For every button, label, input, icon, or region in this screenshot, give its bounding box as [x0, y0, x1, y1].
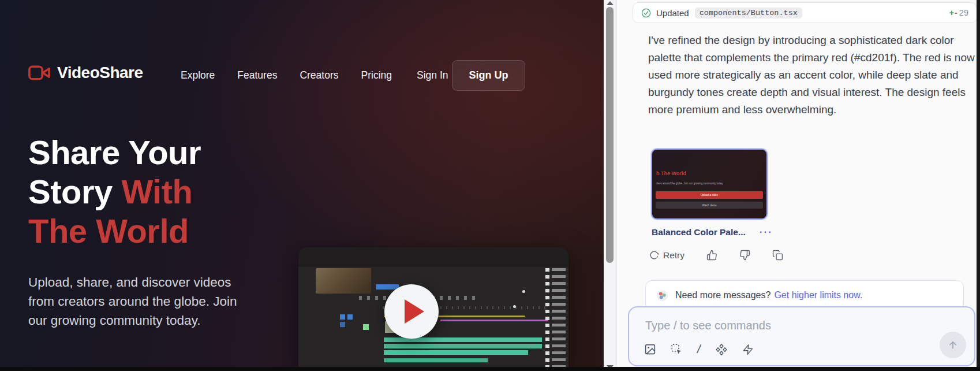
editor-decoration [545, 268, 549, 371]
composer-toolbar: / [644, 343, 754, 356]
version-title: Balanced Color Pale... [652, 227, 746, 238]
editor-decoration [384, 350, 528, 355]
hero-subtitle: Upload, share, and discover videos from … [28, 273, 255, 330]
send-arrow-icon [947, 339, 959, 351]
editor-decoration [513, 305, 516, 308]
hero-line-2-white: Story [28, 173, 121, 210]
play-button[interactable] [384, 284, 439, 339]
image-icon [644, 343, 656, 355]
check-circle-icon [641, 8, 651, 18]
limits-text: Need more messages? [675, 290, 770, 300]
sign-in-link[interactable]: Sign In [417, 69, 448, 81]
screen: VideoShare Explore Features Creators Pri… [0, 0, 980, 371]
file-chip: components/Button.tsx [695, 8, 802, 18]
hero-video-image [298, 247, 568, 371]
brand-name: VideoShare [57, 64, 143, 82]
play-icon [405, 299, 424, 324]
site-nav: Explore Features Creators Pricing [181, 69, 392, 81]
select-cursor-icon [671, 343, 683, 355]
thumbnail-mini-secondary-button: Watch demo [656, 202, 763, 209]
editor-decoration [340, 322, 345, 327]
copy-button[interactable] [772, 250, 783, 261]
editor-decoration [384, 358, 488, 362]
thumbs-down-button[interactable] [739, 250, 750, 261]
retry-button[interactable]: Retry [649, 250, 684, 261]
send-button[interactable] [940, 332, 966, 358]
update-status: Updated [656, 8, 689, 18]
integrations-button[interactable] [715, 343, 728, 356]
diff-plus: + [949, 8, 954, 17]
nav-creators[interactable]: Creators [300, 69, 338, 81]
message-actions: Retry [649, 250, 783, 261]
diamonds-icon [715, 343, 728, 356]
brand: VideoShare [28, 64, 143, 82]
diff-stats: +-29 [949, 8, 968, 17]
thumbnail-mini-primary-button: Upload a video [656, 191, 763, 199]
scrollbar-thumb[interactable] [606, 7, 614, 263]
composer: Type / to see commands / [628, 306, 975, 366]
nav-features[interactable]: Features [237, 69, 277, 81]
editor-decoration [440, 320, 548, 321]
quick-actions-button[interactable] [742, 344, 754, 355]
chat-panel: Updated components/Button.tsx +-29 I've … [616, 0, 977, 371]
slash-icon: / [697, 343, 701, 356]
thumbnail-mini-title: h The World [656, 170, 686, 176]
hero-heading: Share YourStory WithThe World [28, 133, 201, 251]
nav-pricing[interactable]: Pricing [361, 69, 392, 81]
editor-decoration [552, 268, 566, 371]
site-preview: VideoShare Explore Features Creators Pri… [0, 0, 604, 371]
ellipsis-menu[interactable]: ··· [760, 227, 773, 238]
retry-icon [649, 250, 659, 260]
bottom-edge-strip [0, 367, 980, 371]
copy-icon [772, 250, 783, 261]
diff-minus: - [955, 8, 957, 17]
assistant-message: I've refined the design by introducing a… [648, 32, 977, 118]
version-caption-row: Balanced Color Pale... ··· [652, 227, 802, 238]
limits-link[interactable]: Get higher limits now. [774, 290, 862, 300]
video-camera-icon [28, 64, 50, 81]
hero-line-2-red: With [121, 173, 192, 210]
hero-line-1: Share Your [28, 133, 201, 171]
editor-decoration [316, 268, 371, 294]
file-update-card[interactable]: Updated components/Button.tsx +-29 [633, 2, 977, 23]
gem-icon [656, 290, 668, 302]
lightning-icon [742, 344, 754, 355]
chat-input[interactable]: Type / to see commands [645, 319, 771, 332]
right-edge-strip [977, 0, 980, 371]
version-thumbnail[interactable]: h The World deos around the globe. Join … [651, 149, 768, 220]
nav-explore[interactable]: Explore [181, 69, 215, 81]
hero-line-3: The World [28, 212, 189, 250]
editor-decoration [340, 314, 345, 320]
thumbs-up-button[interactable] [706, 250, 717, 261]
sign-up-button[interactable]: Sign Up [452, 60, 525, 91]
editor-decoration [522, 290, 525, 293]
scrollbar[interactable] [604, 0, 616, 371]
retry-label: Retry [663, 250, 684, 261]
thumbs-up-icon [706, 250, 717, 261]
scroll-up-arrow-icon[interactable] [607, 1, 614, 5]
select-element-button[interactable] [671, 343, 683, 355]
editor-decoration [363, 324, 369, 330]
slash-commands-button[interactable]: / [697, 343, 701, 356]
editor-decoration [347, 314, 353, 320]
editor-decoration [298, 247, 568, 266]
thumbs-down-icon [739, 250, 750, 261]
attach-image-button[interactable] [644, 343, 656, 355]
editor-decoration [384, 344, 542, 348]
diff-count: 29 [959, 8, 968, 17]
thumbnail-mini-text: deos around the globe. Join our growing … [656, 182, 754, 185]
